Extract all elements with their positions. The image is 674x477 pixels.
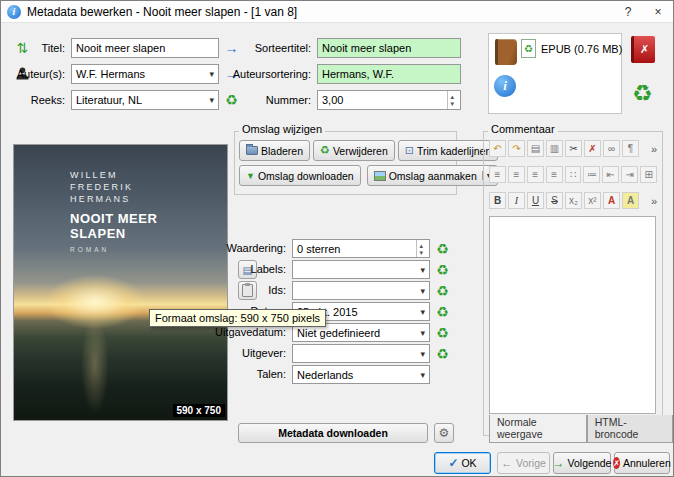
next-button[interactable]: → Volgende <box>553 452 611 474</box>
next-label: Volgende <box>568 457 612 469</box>
text-color-icon[interactable]: A <box>603 192 620 209</box>
comments-toolbar-row-1: ↶ ↷ ▤ ▥ ✂ ✗ ∞ ¶ » <box>489 140 657 157</box>
gear-icon: ⚙ <box>439 426 450 440</box>
date-clear-icon[interactable]: ♻ <box>433 302 452 321</box>
align-left-icon[interactable]: ≡ <box>489 166 506 183</box>
comments-toolbar-row-3: B I U S x₂ x² A A » <box>489 192 657 209</box>
title-input[interactable]: Nooit meer slapen <box>71 38 219 58</box>
tab-html-source[interactable]: HTML-broncode <box>587 415 673 443</box>
generate-cover-button[interactable]: Omslag aanmaken ▾ <box>367 165 498 186</box>
chevron-down-icon[interactable]: ▾ <box>417 328 425 338</box>
tags-combo[interactable]: ▾ <box>292 260 430 279</box>
cover-text: WILLEM FREDERIK HERMANS NOOIT MEER SLAPE… <box>70 169 157 253</box>
strikethrough-icon[interactable]: S <box>546 192 563 209</box>
more-tools-icon[interactable]: » <box>651 143 657 155</box>
previous-label: Vorige <box>516 457 546 469</box>
title-value: Nooit meer slapen <box>76 42 165 54</box>
numbered-list-icon[interactable]: ≔ <box>583 166 600 183</box>
cover-title-line: NOOIT MEER <box>70 211 157 226</box>
browse-cover-button[interactable]: Bladeren <box>239 140 310 161</box>
epub-format-icon: ♻ <box>521 39 536 58</box>
chevron-down-icon[interactable]: ▾ <box>417 265 425 275</box>
chevron-down-icon[interactable]: ▾ <box>417 370 425 380</box>
download-metadata-button[interactable]: Metadata downloaden <box>238 423 428 443</box>
titlebar: i Metadata bewerken - Nooit meer slapen … <box>1 1 673 23</box>
series-number-value: 3,00 <box>322 94 343 106</box>
bold-icon[interactable]: B <box>489 192 506 209</box>
chevron-down-icon[interactable]: ▾ <box>206 95 214 105</box>
spin-up-icon[interactable]: ▴ <box>450 93 454 100</box>
spin-down-icon[interactable]: ▾ <box>450 100 454 107</box>
outdent-icon[interactable]: ⇤ <box>602 166 619 183</box>
spin-down-icon[interactable]: ▾ <box>419 249 423 256</box>
smarten-punctuation-icon[interactable]: ¶ <box>622 140 639 157</box>
languages-combo[interactable]: Nederlands ▾ <box>292 365 430 384</box>
align-center-icon[interactable]: ≡ <box>508 166 525 183</box>
remove-format-button[interactable]: ✗ <box>631 36 655 63</box>
cancel-button[interactable]: ✗ Annuleren <box>614 452 670 474</box>
undo-icon[interactable]: ↶ <box>489 140 506 157</box>
sort-title-input[interactable]: Nooit meer slapen <box>317 38 461 58</box>
download-cover-button[interactable]: ▼ Omslag downloaden <box>239 165 361 186</box>
spinner-arrows[interactable]: ▴ ▾ <box>447 91 456 109</box>
tags-clear-icon[interactable]: ♻ <box>433 260 452 279</box>
comments-editor[interactable] <box>489 216 656 414</box>
series-combo[interactable]: Literatuur, NL ▾ <box>71 90 219 110</box>
cancel-label: Annuleren <box>623 457 671 469</box>
series-value: Literatuur, NL <box>76 94 142 106</box>
ids-clear-icon[interactable]: ♻ <box>433 281 452 300</box>
chevron-down-icon[interactable]: ▾ <box>417 349 425 359</box>
chevron-down-icon[interactable]: ▾ <box>417 286 425 296</box>
tab-normal-view[interactable]: Normale weergave <box>489 415 587 443</box>
bullet-list-icon[interactable]: ∷ <box>565 166 582 183</box>
spinner-arrows[interactable]: ▴ ▾ <box>416 240 425 257</box>
redo-icon[interactable]: ↷ <box>508 140 525 157</box>
check-icon: ✓ <box>448 456 458 470</box>
subscript-icon[interactable]: x₂ <box>565 192 582 209</box>
align-justify-icon[interactable]: ≡ <box>546 166 563 183</box>
more-tools-icon[interactable]: » <box>651 195 657 207</box>
paste-identifier-button[interactable] <box>238 281 257 300</box>
help-button[interactable]: ? <box>613 1 643 23</box>
series-number-spinner[interactable]: 3,00 ▴ ▾ <box>317 90 461 110</box>
insert-table-icon[interactable]: ⊞ <box>640 166 657 183</box>
rating-spinner[interactable]: 0 sterren ▴ ▾ <box>292 239 430 258</box>
pubdate-clear-icon[interactable]: ♻ <box>433 323 452 342</box>
authors-combo[interactable]: W.F. Hermans ▾ <box>71 64 219 84</box>
italic-icon[interactable]: I <box>508 192 525 209</box>
chevron-down-icon[interactable]: ▾ <box>417 307 425 317</box>
remove-cover-button[interactable]: ♻ Verwijderen <box>313 140 395 161</box>
rating-clear-icon[interactable]: ♻ <box>433 239 452 258</box>
configure-metadata-download-button[interactable]: ⚙ <box>434 423 454 443</box>
chevron-down-icon[interactable]: ▾ <box>206 69 214 79</box>
series-clear-icon[interactable]: ♻ <box>222 90 241 109</box>
epub-format-label[interactable]: EPUB (0.76 MB) <box>541 39 622 59</box>
cut-icon[interactable]: ✂ <box>565 140 582 157</box>
cover-image[interactable]: WILLEM FREDERIK HERMANS NOOIT MEER SLAPE… <box>13 144 228 421</box>
insert-link-icon[interactable]: ∞ <box>603 140 620 157</box>
publisher-combo[interactable]: ▾ <box>292 344 430 363</box>
underline-icon[interactable]: U <box>527 192 544 209</box>
author-sort-input[interactable]: Hermans, W.F. <box>317 64 461 84</box>
ids-combo[interactable]: ▾ <box>292 281 430 300</box>
align-right-icon[interactable]: ≡ <box>527 166 544 183</box>
trash-recycle-icon: ♻ <box>320 144 330 157</box>
paste-icon[interactable]: ▥ <box>546 140 563 157</box>
download-cover-label: Omslag downloaden <box>258 170 354 182</box>
cover-author-line: FREDERIK <box>70 181 157 193</box>
format-info-icon[interactable]: i <box>494 75 516 97</box>
spin-up-icon[interactable]: ▴ <box>419 242 423 249</box>
publisher-clear-icon[interactable]: ♻ <box>433 344 452 363</box>
superscript-icon[interactable]: x² <box>584 192 601 209</box>
indent-icon[interactable]: ⇥ <box>621 166 638 183</box>
copy-icon[interactable]: ▤ <box>527 140 544 157</box>
ok-button[interactable]: ✓ OK <box>434 452 491 474</box>
previous-button[interactable]: ← Vorige <box>497 452 550 474</box>
swap-title-author-icon[interactable]: ⇅ <box>13 38 32 57</box>
close-button[interactable]: × <box>643 1 673 23</box>
restore-format-icon[interactable]: ♻ <box>632 80 653 106</box>
clear-formatting-icon[interactable]: ✗ <box>584 140 601 157</box>
background-color-icon[interactable]: A <box>622 192 639 209</box>
copy-title-to-sort-icon[interactable]: → <box>222 38 241 57</box>
folder-icon <box>246 146 258 155</box>
